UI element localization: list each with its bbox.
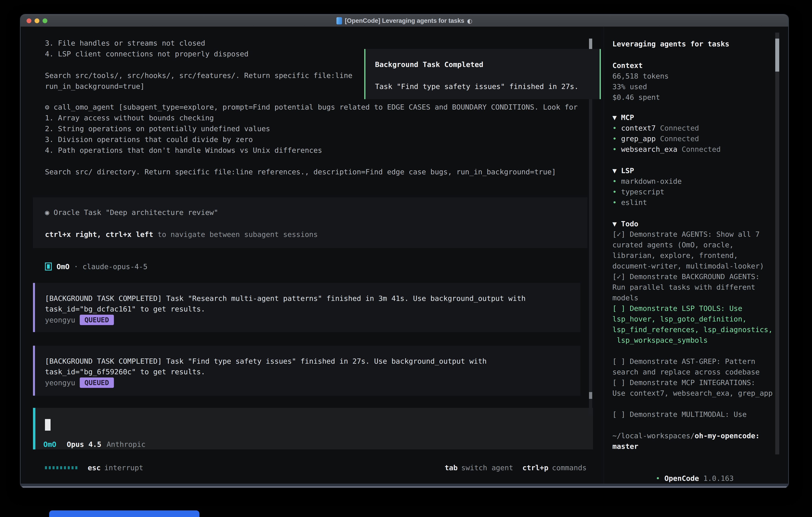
sidebar-scrollbar[interactable] [775,33,779,455]
lsp-list: • markdown-oxide• typescript• eslint [612,176,682,208]
task-message-line: [BACKGROUND TASK COMPLETED] Task "Find t… [45,356,487,366]
sidebar: Leveraging agents for tasks Context 66,5… [604,27,789,484]
transcript-line: run_in_background=true] [45,81,352,92]
ctrlp-key-hint: ctrl+p [522,464,548,472]
window-bottom-edge [21,484,788,488]
close-button[interactable] [27,19,31,23]
agent-session-header: OmO · claude-opus-4-5 [45,261,147,272]
mcp-section-header[interactable]: ▼ MCP [612,112,721,123]
transcript-line: 4. LSP client connections not properly d… [45,49,352,59]
git-branch: master [612,441,760,452]
background-task-message-2: [BACKGROUND TASK COMPLETED] Task "Find t… [33,346,580,396]
window-title-text: [OpenCode] Leveraging agents for tasks [345,17,464,24]
subagent-nav-hint: ctrl+x right, ctrl+x left to navigate be… [45,229,318,240]
todo-line: Use context7, websearch_exa, grep_app [612,388,780,399]
context-stat: $0.46 spent [612,92,669,103]
background-window-peek [49,510,199,517]
active-model: Opus 4.5 [67,440,101,448]
todo-line: lsp_workspace_symbols [612,335,780,346]
todo-line: models [612,293,780,303]
agent-icon [45,263,52,271]
oracle-task-label: ◉ Oracle Task "Deep architecture review" [45,207,218,218]
zoom-button[interactable] [42,19,47,23]
todo-line: [ ] Demonstrate MCP INTEGRATIONS: [612,377,780,388]
desktop: [OpenCode] Leveraging agents for tasks ◐… [0,0,812,517]
spinner-dots-icon [45,466,77,469]
minimize-button[interactable] [35,19,39,23]
active-agent-chip[interactable]: OmO [44,440,56,448]
toast-notification[interactable]: Background Task Completed Task "Find typ… [364,49,601,99]
oracle-icon: ◉ [45,208,49,217]
app-name: OpenCode [664,474,699,483]
status-dot-icon: • [612,188,617,196]
mcp-item: • context7 Connected [612,123,721,133]
input-footer: OmO Opus 4.5 Anthropic [44,439,146,450]
traffic-lights [27,15,47,27]
todo-line [612,346,780,356]
context-stats: 66,518 tokens33% used$0.46 spent [612,71,669,103]
todo-line: Run parallel tasks with different [612,282,780,293]
status-dot-icon: • [656,474,660,483]
todo-line: [ ] Demonstrate MULTIMODAL: Use [612,409,780,419]
tool-call-line: ⚙ call_omo_agent [subagent_type=explore,… [45,102,578,113]
lsp-item: • markdown-oxide [612,176,682,187]
tool-call-line: Search src/ directory. Return specific f… [45,166,578,177]
tool-call-line: 3. Division operations that could divide… [45,134,578,145]
task-user: yeongyu [45,379,75,387]
lsp-item: • typescript [612,187,682,197]
mcp-list: • context7 Connected• grep_app Connected… [612,123,721,155]
path-prefix: ~/local-workspaces/ [612,432,695,440]
esc-action-label: interrupt [104,464,143,472]
todo-line: librarian, explore, frontend, [612,250,780,261]
lsp-section: ▼ LSP • markdown-oxide• typescript• esli… [612,165,682,208]
ctrlp-action-label: commands [552,464,587,472]
status-dot-icon: • [612,177,617,185]
todo-section-header[interactable]: ▼ Todo [612,219,638,229]
context-header: Context [612,60,669,71]
esc-key-hint: esc [88,464,101,472]
transcript-line: 3. File handles or streams not closed [45,38,352,49]
status-bar: esc interrupt tabswitch agent ctrl+pcomm… [21,462,604,473]
tab-action-label: switch agent [461,464,513,472]
sidebar-scrollbar-thumb[interactable] [775,38,779,72]
separator: · [69,263,83,271]
oracle-task-banner: ◉ Oracle Task "Deep architecture review"… [33,197,587,248]
context-section: Context 66,518 tokens33% used$0.46 spent [612,60,669,103]
context-stat: 66,518 tokens [612,71,669,81]
queued-badge: QUEUED [80,315,114,325]
task-meta: yeongyu QUEUED [45,377,114,388]
mcp-section: ▼ MCP • context7 Connected• grep_app Con… [612,112,721,155]
task-message-line: task_id="bg_6f59260c" to get results. [45,366,205,377]
queued-badge: QUEUED [80,377,114,388]
opencode-terminal-window: [OpenCode] Leveraging agents for tasks ◐… [20,14,789,488]
status-dot-icon: • [612,145,617,153]
todo-line: lsp_hover, lsp_goto_definition, [612,314,780,324]
chat-scrollbar-thumb-bottom[interactable] [589,392,592,399]
todo-line: [ ] Demonstrate AST-GREP: Pattern [612,356,780,366]
version-number: 1.0.163 [703,474,734,483]
status-left: esc interrupt [45,462,143,473]
tool-call-block: ⚙ call_omo_agent [subagent_type=explore,… [45,102,578,177]
transcript-head: 3. File handles or streams not closed4. … [45,38,352,92]
prompt-input[interactable]: OmO Opus 4.5 Anthropic [33,408,593,450]
agent-model: claude-opus-4-5 [83,263,147,271]
agent-name: OmO [57,263,69,271]
status-right: tabswitch agent ctrl+pcommands [444,462,587,473]
todo-list: [✓] Demonstrate AGENTS: Show all 7curate… [612,229,780,419]
status-dot-icon: • [612,135,617,143]
toast-body: Task "Find type safety issues" finished … [375,81,579,92]
task-meta: yeongyu QUEUED [45,315,114,325]
lsp-section-header[interactable]: ▼ LSP [612,165,682,176]
todo-line: document-writer, multimodal-looker) [612,261,780,271]
app-version: • OpenCode 1.0.163 [612,462,734,473]
repo-name: oh-my-opencode: [695,432,760,440]
transcript-line: Search src/tools/, src/hooks/, src/featu… [45,70,352,81]
todo-line: [ ] Demonstrate LSP TOOLS: Use [612,303,780,314]
session-title: Leveraging agents for tasks [612,38,729,49]
workspace-path: ~/local-workspaces/oh-my-opencode: maste… [612,430,760,452]
todo-line: search and replace across codebase [612,366,780,377]
tool-call-line: 4. Path operations that don't handle Win… [45,145,578,156]
task-message-line: [BACKGROUND TASK COMPLETED] Task "Resear… [45,293,526,304]
toast-title: Background Task Completed [375,59,483,70]
context-stat: 33% used [612,81,669,92]
